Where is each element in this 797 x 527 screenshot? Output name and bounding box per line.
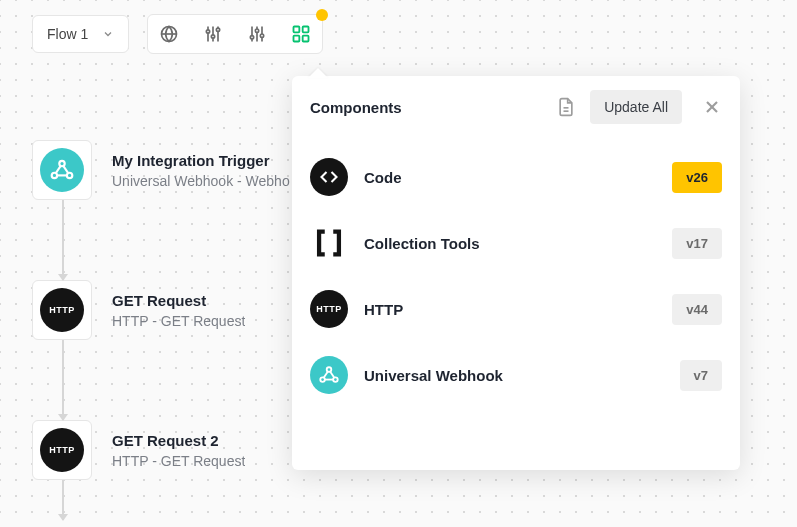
flow-node[interactable]: My Integration Trigger Universal Webhook…: [32, 140, 290, 200]
code-icon: [310, 158, 348, 196]
filters-icon[interactable]: [246, 23, 268, 45]
panel-header: Components Update All: [292, 76, 740, 138]
document-icon[interactable]: [556, 97, 576, 117]
svg-rect-16: [303, 36, 309, 42]
svg-point-6: [217, 28, 220, 31]
component-name: Collection Tools: [364, 235, 656, 252]
node-subtitle: HTTP - GET Request: [112, 453, 245, 469]
version-badge[interactable]: v26: [672, 162, 722, 193]
node-text: GET Request HTTP - GET Request: [112, 292, 245, 329]
version-badge[interactable]: v44: [672, 294, 722, 325]
chevron-down-icon: [102, 28, 114, 40]
node-subtitle: HTTP - GET Request: [112, 313, 245, 329]
component-row[interactable]: Collection Tools v17: [310, 210, 722, 276]
node-title: GET Request: [112, 292, 245, 309]
http-icon: HTTP: [40, 428, 84, 472]
flow-node[interactable]: HTTP GET Request HTTP - GET Request: [32, 280, 290, 340]
svg-rect-15: [294, 36, 300, 42]
component-name: Code: [364, 169, 656, 186]
component-name: HTTP: [364, 301, 656, 318]
node-icon-container: HTTP: [32, 280, 92, 340]
svg-point-12: [261, 34, 264, 37]
node-title: GET Request 2: [112, 432, 245, 449]
node-icon-container: [32, 140, 92, 200]
brackets-icon: [310, 224, 348, 262]
node-subtitle: Universal Webhook - Webho: [112, 173, 290, 189]
close-icon[interactable]: [702, 97, 722, 117]
svg-point-8: [251, 36, 254, 39]
components-grid-icon[interactable]: [290, 23, 312, 45]
component-row[interactable]: Code v26: [310, 144, 722, 210]
node-text: My Integration Trigger Universal Webhook…: [112, 152, 290, 189]
svg-point-24: [327, 367, 332, 372]
globe-icon[interactable]: [158, 23, 180, 45]
flow-connector-icon: [62, 480, 64, 520]
component-row[interactable]: HTTP HTTP v44: [310, 276, 722, 342]
svg-point-4: [212, 35, 215, 38]
http-icon: HTTP: [40, 288, 84, 332]
version-badge[interactable]: v17: [672, 228, 722, 259]
svg-point-2: [207, 30, 210, 33]
node-title: My Integration Trigger: [112, 152, 290, 169]
node-icon-container: HTTP: [32, 420, 92, 480]
component-row[interactable]: Universal Webhook v7: [310, 342, 722, 408]
version-badge[interactable]: v7: [680, 360, 722, 391]
components-panel: Components Update All Code v26 Collectio…: [292, 76, 740, 470]
component-list: Code v26 Collection Tools v17 HTTP HTTP …: [292, 138, 740, 414]
node-text: GET Request 2 HTTP - GET Request: [112, 432, 245, 469]
svg-rect-13: [294, 27, 300, 33]
flow-label: Flow 1: [47, 26, 88, 42]
sliders-vertical-icon[interactable]: [202, 23, 224, 45]
panel-title: Components: [310, 99, 546, 116]
flow-connector-icon: [62, 340, 64, 420]
svg-rect-14: [303, 27, 309, 33]
flow-canvas: My Integration Trigger Universal Webhook…: [32, 140, 290, 520]
flow-selector[interactable]: Flow 1: [32, 15, 129, 53]
svg-point-17: [59, 161, 64, 166]
update-all-button[interactable]: Update All: [590, 90, 682, 124]
http-icon: HTTP: [310, 290, 348, 328]
webhook-icon: [310, 356, 348, 394]
svg-point-10: [256, 29, 259, 32]
panel-arrow-icon: [308, 68, 328, 78]
notification-dot-icon: [316, 9, 328, 21]
flow-connector-icon: [62, 200, 64, 280]
top-toolbar: Flow 1: [32, 14, 323, 54]
flow-node[interactable]: HTTP GET Request 2 HTTP - GET Request: [32, 420, 290, 480]
view-toolbar: [147, 14, 323, 54]
webhook-icon: [40, 148, 84, 192]
component-name: Universal Webhook: [364, 367, 664, 384]
